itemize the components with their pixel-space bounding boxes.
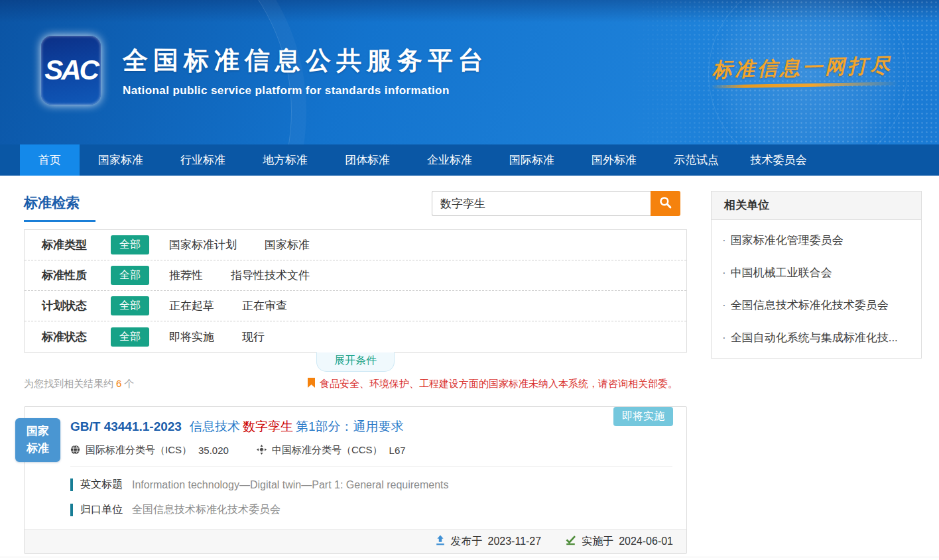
page-content: 标准检索 标准类型 全部 国家标准计划 国家标准 [0, 176, 939, 554]
badge-line2: 标准 [27, 440, 49, 457]
search-button[interactable] [651, 191, 680, 216]
nav-tab-enterprise-standards[interactable]: 企业标准 [408, 144, 491, 176]
page-title: 标准检索 [24, 191, 80, 221]
ccs-value: L67 [389, 445, 406, 456]
main-nav: 首页 国家标准 行业标准 地方标准 团体标准 企业标准 国际标准 国外标准 示范… [0, 144, 939, 176]
filter-option[interactable]: 正在审查 [242, 298, 287, 313]
filter-all-button[interactable]: 全部 [111, 327, 149, 347]
system-notice: 食品安全、环境保护、工程建设方面的国家标准未纳入本系统，请咨询相关部委。 [308, 378, 678, 390]
filter-all-button[interactable]: 全部 [111, 266, 149, 285]
filter-option[interactable]: 国家标准 [265, 237, 310, 252]
related-unit-label: 全国信息技术标准化技术委员会 [731, 299, 889, 311]
expand-conditions-wrap: 展开条件 [24, 353, 687, 370]
english-title-label: 英文标题 [80, 478, 123, 492]
filter-option[interactable]: 即将实施 [169, 329, 214, 345]
standard-title-link[interactable]: GB/T 43441.1-2023信息技术数字孪生第1部分：通用要求 [70, 418, 673, 435]
expand-conditions-button[interactable]: 展开条件 [316, 352, 395, 372]
standard-title-highlight[interactable]: 数字孪生 [240, 420, 296, 433]
site-header: SAC 全国标准信息公共服务平台 National public service… [0, 0, 939, 144]
nav-tabs: 首页 国家标准 行业标准 地方标准 团体标准 企业标准 国际标准 国外标准 示范… [0, 144, 939, 176]
check-icon [565, 535, 576, 548]
search-box [432, 191, 680, 216]
nav-tab-international-standards[interactable]: 国际标准 [491, 144, 573, 176]
nav-tab-pilot[interactable]: 示范试点 [655, 144, 737, 176]
ics-meta: 国际标准分类号（ICS） 35.020 [70, 444, 229, 457]
filter-row-standard-status: 标准状态 全部 即将实施 现行 [25, 321, 686, 352]
filter-option[interactable]: 正在起草 [169, 298, 214, 313]
sac-logo[interactable]: SAC [41, 36, 101, 105]
related-unit-label: 全国自动化系统与集成标准化技... [731, 331, 898, 344]
related-units-title: 相关单位 [712, 192, 921, 220]
card-head: GB/T 43441.1-2023信息技术数字孪生第1部分：通用要求 即将实施 [25, 407, 686, 435]
result-count-prefix: 为您找到相关结果约 [24, 378, 113, 389]
search-input[interactable] [432, 191, 651, 216]
nav-tab-group-standards[interactable]: 团体标准 [326, 144, 408, 176]
filter-row-plan-status: 计划状态 全部 正在起草 正在审查 [25, 291, 686, 321]
results-info-row: 为您找到相关结果约6个 食品安全、环境保护、工程建设方面的国家标准未纳入本系统，… [24, 376, 687, 391]
ccs-label: 中国标准分类号（CCS） [272, 444, 383, 457]
committee-value: 全国信息技术标准化技术委员会 [132, 503, 281, 517]
nav-tab-local-standards[interactable]: 地方标准 [244, 144, 326, 176]
nav-tab-technical-committee[interactable]: 技术委员会 [737, 144, 820, 176]
search-section: 标准检索 [24, 191, 687, 229]
related-units-list: ·国家标准化管理委员会 ·中国机械工业联合会 ·全国信息技术标准化技术委员会 ·… [712, 220, 921, 358]
ccs-meta: 中国标准分类号（CCS） L67 [257, 444, 406, 457]
publish-date: 2023-11-27 [488, 535, 542, 547]
bottom-divider [0, 557, 939, 557]
list-bullet: · [722, 266, 726, 279]
publish-label: 发布于 [451, 535, 483, 549]
standard-code[interactable]: GB/T 43441.1-2023 [70, 420, 182, 433]
filter-option[interactable]: 现行 [242, 329, 265, 345]
site-subtitle: National public service platform for sta… [123, 84, 489, 97]
main-column: 标准检索 标准类型 全部 国家标准计划 国家标准 [24, 191, 687, 554]
globe-icon [70, 445, 86, 457]
filter-all-button[interactable]: 全部 [111, 235, 149, 254]
compass-icon [257, 445, 272, 457]
filter-option[interactable]: 指导性技术文件 [231, 268, 310, 283]
nav-tab-foreign-standards[interactable]: 国外标准 [573, 144, 655, 176]
nav-tab-home[interactable]: 首页 [20, 144, 80, 176]
filter-panel: 标准类型 全部 国家标准计划 国家标准 标准性质 全部 推荐性 指导性技术文件 … [24, 229, 687, 353]
filter-label: 标准性质 [42, 268, 111, 283]
site-title: 全国标准信息公共服务平台 [123, 44, 489, 78]
filter-label: 标准类型 [42, 237, 111, 252]
filter-option[interactable]: 国家标准计划 [169, 237, 237, 252]
ics-value: 35.020 [198, 445, 229, 456]
implement-date-item: 实施于 2024-06-01 [565, 535, 673, 549]
filter-option[interactable]: 推荐性 [169, 268, 203, 283]
related-unit-item[interactable]: ·国家标准化管理委员会 [712, 224, 921, 256]
implement-label: 实施于 [582, 535, 613, 549]
publish-icon [435, 535, 446, 548]
standard-title-pre[interactable]: 信息技术 [190, 420, 240, 433]
related-unit-label: 国家标准化管理委员会 [731, 234, 844, 247]
title-block: 全国标准信息公共服务平台 National public service pla… [123, 44, 489, 97]
committee-label: 归口单位 [80, 503, 123, 517]
nav-tab-industry-standards[interactable]: 行业标准 [162, 144, 244, 176]
filter-row-standard-nature: 标准性质 全部 推荐性 指导性技术文件 [25, 260, 686, 291]
search-icon [659, 196, 672, 211]
english-title-row: 英文标题 Information technology—Digital twin… [70, 478, 673, 492]
sac-logo-text: SAC [44, 54, 97, 86]
notice-text: 食品安全、环境保护、工程建设方面的国家标准未纳入本系统，请咨询相关部委。 [320, 378, 678, 390]
related-unit-item[interactable]: ·中国机械工业联合会 [712, 256, 921, 289]
english-title-value: Information technology—Digital twin—Part… [132, 479, 449, 491]
section-title-underline [24, 220, 95, 222]
related-unit-item[interactable]: ·全国信息技术标准化技术委员会 [712, 289, 921, 321]
related-units-panel: 相关单位 ·国家标准化管理委员会 ·中国机械工业联合会 ·全国信息技术标准化技术… [711, 191, 922, 359]
filter-row-standard-type: 标准类型 全部 国家标准计划 国家标准 [25, 230, 686, 260]
nav-tab-national-standards[interactable]: 国家标准 [80, 144, 162, 176]
standard-title-post[interactable]: 第1部分：通用要求 [296, 420, 404, 433]
list-bullet: · [722, 331, 726, 344]
row-accent-bar [70, 504, 73, 516]
related-unit-item[interactable]: ·全国自动化系统与集成标准化技... [712, 321, 921, 354]
filter-label: 计划状态 [42, 298, 111, 313]
result-count-number: 6 [113, 378, 124, 389]
filter-all-button[interactable]: 全部 [111, 296, 149, 315]
committee-row: 归口单位 全国信息技术标准化技术委员会 [70, 503, 673, 517]
filter-label: 标准状态 [42, 329, 111, 345]
list-bullet: · [722, 299, 726, 311]
bookmark-icon [308, 378, 320, 390]
related-unit-label: 中国机械工业联合会 [731, 266, 832, 279]
ics-label: 国际标准分类号（ICS） [86, 444, 192, 457]
row-accent-bar [70, 478, 73, 491]
